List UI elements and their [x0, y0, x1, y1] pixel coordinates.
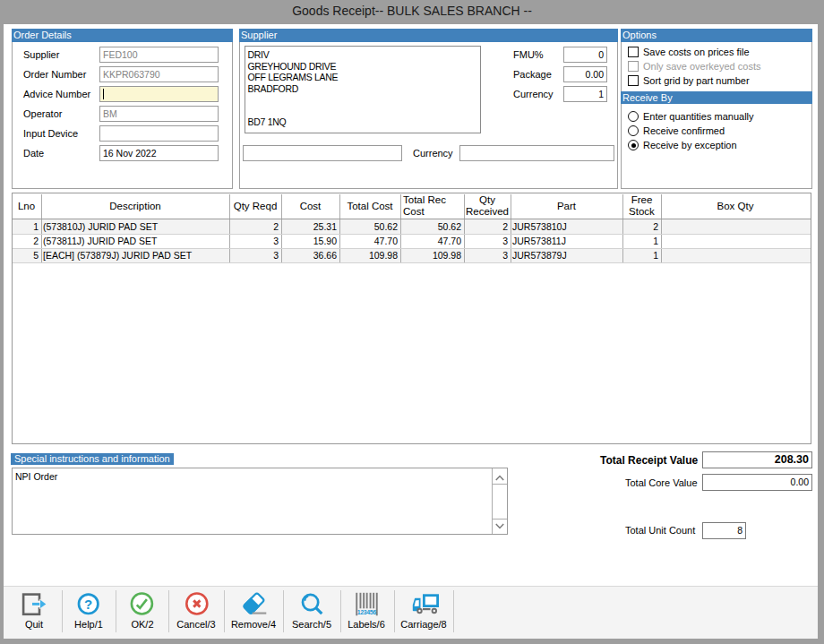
svg-text:?: ?: [84, 597, 92, 612]
svg-text:123456: 123456: [357, 609, 376, 615]
